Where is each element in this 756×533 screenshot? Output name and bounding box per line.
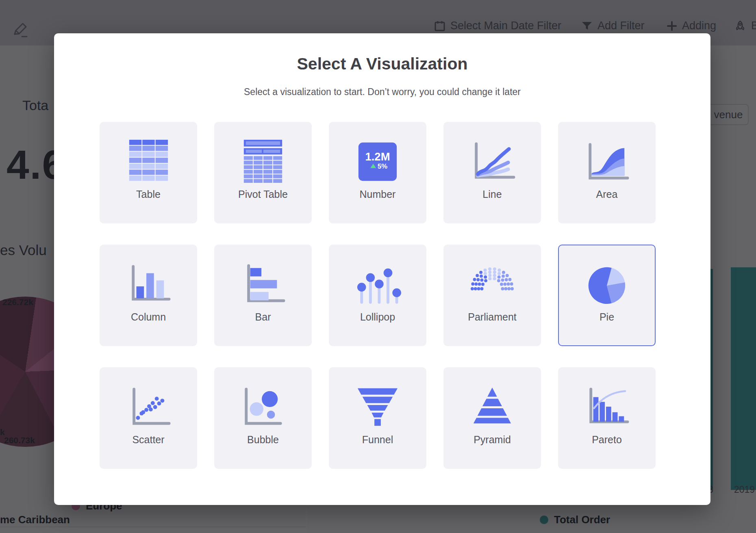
viz-tile-lollipop[interactable]: Lollipop: [329, 245, 426, 346]
viz-tile-bar[interactable]: Bar: [214, 245, 312, 346]
table-chart-icon: [124, 140, 172, 184]
tile-label: Number: [360, 188, 396, 200]
tile-label: Bar: [255, 311, 271, 323]
pyramid-chart-icon: [468, 385, 516, 429]
tile-label: Funnel: [362, 434, 393, 446]
viz-tile-pyramid[interactable]: Pyramid: [443, 367, 541, 469]
select-visualization-modal: Select A Visualization Select a visualiz…: [54, 33, 710, 505]
number-kpi-icon: 1.2M 5%: [354, 140, 402, 184]
modal-subtitle: Select a visualization to start. Don’t w…: [54, 86, 710, 98]
line-chart-icon: [468, 140, 516, 184]
visualization-grid: Table Pivot Table 1.2M 5% Number: [100, 122, 710, 469]
bubble-chart-icon: [239, 385, 287, 429]
viz-tile-pivot-table[interactable]: Pivot Table: [214, 122, 312, 223]
tile-label: Area: [596, 188, 618, 200]
viz-tile-column[interactable]: Column: [100, 245, 197, 346]
viz-tile-table[interactable]: Table: [100, 122, 197, 223]
tile-label: Column: [131, 311, 166, 323]
viz-tile-pareto[interactable]: Pareto: [558, 367, 656, 469]
viz-tile-funnel[interactable]: Funnel: [329, 367, 426, 469]
tile-label: Lollipop: [360, 311, 395, 323]
tile-label: Pie: [600, 311, 614, 323]
tile-label: Line: [482, 188, 502, 200]
pareto-chart-icon: [583, 385, 631, 429]
viz-tile-pie[interactable]: Pie: [558, 245, 656, 346]
parliament-chart-icon: [468, 262, 516, 306]
tile-label: Table: [136, 188, 161, 200]
viz-tile-number[interactable]: 1.2M 5% Number: [329, 122, 426, 223]
app-root: Select Main Date Filter Add Filter Addin…: [0, 0, 756, 533]
viz-tile-area[interactable]: Area: [558, 122, 656, 223]
viz-tile-bubble[interactable]: Bubble: [214, 367, 312, 469]
scatter-chart-icon: [124, 385, 172, 429]
pie-chart-icon: [583, 262, 631, 306]
number-icon-value: 1.2M: [365, 150, 390, 163]
viz-tile-parliament[interactable]: Parliament: [443, 245, 541, 346]
tile-label: Bubble: [247, 434, 279, 446]
tile-label: Pareto: [592, 434, 622, 446]
tile-label: Parliament: [468, 311, 517, 323]
number-icon-delta: 5%: [378, 162, 387, 170]
lollipop-chart-icon: [354, 262, 402, 306]
tile-label: Pyramid: [474, 434, 511, 446]
viz-tile-line[interactable]: Line: [443, 122, 541, 223]
tile-label: Scatter: [132, 434, 164, 446]
funnel-chart-icon: [354, 385, 402, 429]
bar-chart-icon: [239, 262, 287, 306]
tile-label: Pivot Table: [238, 188, 288, 200]
modal-title: Select A Visualization: [54, 54, 710, 74]
viz-tile-scatter[interactable]: Scatter: [100, 367, 197, 469]
column-chart-icon: [124, 262, 172, 306]
area-chart-icon: [583, 140, 631, 184]
pivot-table-chart-icon: [239, 140, 287, 184]
